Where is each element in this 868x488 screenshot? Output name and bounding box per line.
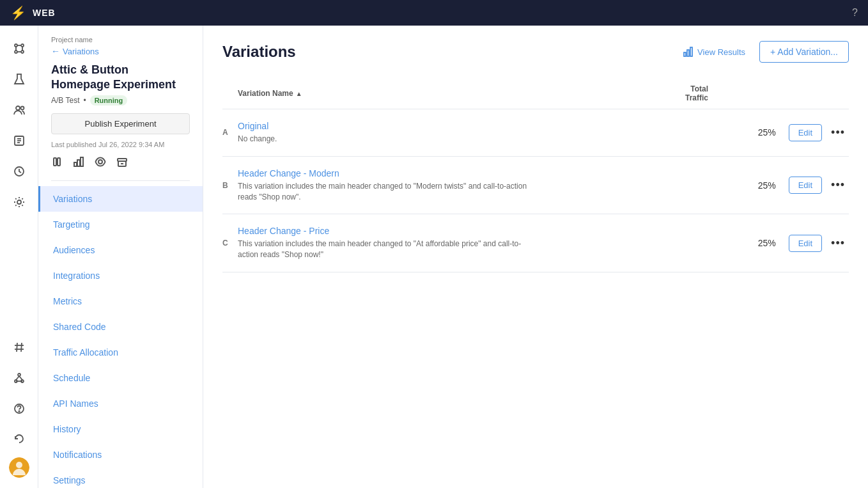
nav-item-schedule[interactable]: Schedule xyxy=(38,365,203,391)
row-info: Header Change - Price This variation inc… xyxy=(238,226,725,260)
svg-line-24 xyxy=(16,376,19,380)
nav-divider xyxy=(51,180,190,181)
variation-name[interactable]: Original xyxy=(238,121,725,131)
variation-desc: This variation includes the main header … xyxy=(238,181,532,203)
sidebar-icon-settings[interactable] xyxy=(6,189,32,215)
svg-point-30 xyxy=(16,462,22,468)
publish-experiment-button[interactable]: Publish Experiment xyxy=(51,113,190,134)
top-bar: ⚡ WEB ? xyxy=(0,0,868,26)
nav-item-audiences[interactable]: Audiences xyxy=(38,237,203,263)
svg-point-9 xyxy=(16,106,20,110)
sidebar-icon-history[interactable] xyxy=(6,159,32,184)
svg-rect-34 xyxy=(77,160,80,166)
svg-point-36 xyxy=(98,160,102,164)
variation-name[interactable]: Header Change - Modern xyxy=(238,168,725,178)
row-traffic: 25% xyxy=(725,180,776,191)
view-results-button[interactable]: View Results xyxy=(677,43,752,61)
nav-item-metrics[interactable]: Metrics xyxy=(38,288,203,314)
svg-point-0 xyxy=(15,44,17,47)
app-logo-icon: ⚡ xyxy=(10,5,26,20)
sidebar-icon-experiments[interactable] xyxy=(6,36,32,61)
nav-item-targeting[interactable]: Targeting xyxy=(38,212,203,237)
content-header: Variations View Results + Add Variation.… xyxy=(222,41,849,63)
chart-icon xyxy=(683,47,694,57)
sidebar-icon-hashtag[interactable] xyxy=(6,335,32,360)
svg-rect-35 xyxy=(81,157,83,166)
row-info: Header Change - Modern This variation in… xyxy=(238,168,725,203)
svg-rect-32 xyxy=(58,158,60,166)
sidebar-icon-network[interactable] xyxy=(6,365,32,391)
experiment-meta: A/B Test • Running xyxy=(38,95,203,113)
variation-desc: This variation includes the main header … xyxy=(238,239,532,260)
back-to-variations[interactable]: ← Variations xyxy=(38,46,203,63)
row-traffic: 25% xyxy=(725,238,776,248)
nav-item-settings[interactable]: Settings xyxy=(38,468,203,488)
archive-icon[interactable] xyxy=(116,156,128,170)
left-panel: Project name ← Variations Attic & Button… xyxy=(38,26,203,488)
edit-button[interactable]: Edit xyxy=(789,124,822,141)
sidebar-icon-audiences[interactable] xyxy=(6,97,32,123)
nav-item-variations[interactable]: Variations xyxy=(38,186,203,212)
add-variation-button[interactable]: + Add Variation... xyxy=(759,41,849,63)
svg-rect-39 xyxy=(684,52,686,56)
back-arrow-icon: ← xyxy=(51,46,60,56)
svg-point-16 xyxy=(17,200,21,204)
edit-button[interactable]: Edit xyxy=(789,177,822,194)
svg-point-21 xyxy=(18,374,20,376)
preview-icon[interactable] xyxy=(95,156,106,170)
project-label: Project name xyxy=(38,26,203,46)
row-traffic: 25% xyxy=(725,127,776,138)
svg-rect-40 xyxy=(687,50,689,56)
view-results-label: View Results xyxy=(697,47,745,57)
sidebar-icon-undo[interactable] xyxy=(6,427,32,452)
sidebar-icon-pages[interactable] xyxy=(6,128,32,153)
page-title: Variations xyxy=(222,43,296,61)
more-options-button[interactable]: ••• xyxy=(827,176,849,194)
experiment-title: Attic & Button Homepage Experiment xyxy=(38,63,203,95)
svg-point-2 xyxy=(15,51,17,53)
user-avatar[interactable] xyxy=(9,457,29,478)
table-row: B Header Change - Modern This variation … xyxy=(222,157,849,215)
svg-rect-31 xyxy=(54,158,56,166)
pause-icon[interactable] xyxy=(51,156,63,170)
nav-item-shared-code[interactable]: Shared Code xyxy=(38,314,203,340)
col-name-label: Variation Name xyxy=(238,89,293,98)
nav-item-api-names[interactable]: API Names xyxy=(38,391,203,416)
icon-sidebar xyxy=(0,26,38,488)
svg-rect-37 xyxy=(118,159,127,161)
results-icon[interactable] xyxy=(73,156,84,170)
help-icon[interactable]: ? xyxy=(852,7,858,19)
svg-point-28 xyxy=(19,411,19,411)
nav-item-history[interactable]: History xyxy=(38,416,203,442)
row-actions: Edit ••• xyxy=(776,123,849,142)
more-options-button[interactable]: ••• xyxy=(827,123,849,142)
row-letter: A xyxy=(222,128,238,137)
nav-item-integrations[interactable]: Integrations xyxy=(38,263,203,288)
svg-line-25 xyxy=(19,376,22,380)
more-options-button[interactable]: ••• xyxy=(827,234,849,253)
row-letter: B xyxy=(222,181,238,190)
sidebar-icon-help[interactable] xyxy=(6,396,32,421)
svg-point-1 xyxy=(21,44,24,47)
row-info: Original No change. xyxy=(238,121,725,145)
svg-point-10 xyxy=(20,107,24,110)
variation-rows: A Original No change. 25% Edit ••• B Hea… xyxy=(222,109,849,272)
sort-asc-icon[interactable]: ▲ xyxy=(296,90,302,97)
svg-line-17 xyxy=(17,343,17,352)
col-traffic-header: Total Traffic xyxy=(670,84,785,102)
meta-dot: • xyxy=(83,96,86,105)
table-row: C Header Change - Price This variation i… xyxy=(222,214,849,272)
variation-name[interactable]: Header Change - Price xyxy=(238,226,725,236)
svg-point-3 xyxy=(21,51,24,53)
row-letter: C xyxy=(222,239,238,248)
nav-item-traffic-allocation[interactable]: Traffic Allocation xyxy=(38,340,203,365)
col-name-header: Variation Name ▲ xyxy=(238,89,670,98)
nav-item-notifications[interactable]: Notifications xyxy=(38,442,203,468)
action-icons-row xyxy=(38,156,203,180)
variation-desc: No change. xyxy=(238,134,532,145)
row-actions: Edit ••• xyxy=(776,176,849,194)
sidebar-icon-flask[interactable] xyxy=(6,67,32,92)
table-row: A Original No change. 25% Edit ••• xyxy=(222,109,849,157)
status-badge: Running xyxy=(90,95,128,106)
edit-button[interactable]: Edit xyxy=(789,235,822,252)
